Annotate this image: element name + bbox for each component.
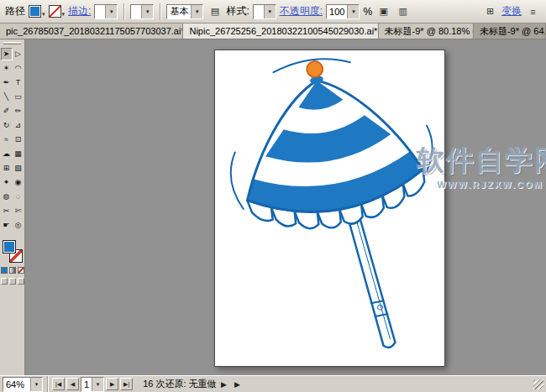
color-mode-button[interactable] [1,267,8,274]
tool-palette: ➤ ▷ ✶ ◠ ✒ T ╲ ▭ ✐ ✏ ↻ ⊿ ≈ ⊡ ☁ ▦ ⊞ ▧ ✦ ◉ … [0,39,25,375]
zoom-tool-icon: ◎ [15,221,22,229]
status-bar: 64% ▾ |◀ ◀ 1 ▾ ▶ ▶| 16 次还原: 无重做 ▶ ▶ [0,375,546,392]
style-label: 样式: [226,4,249,18]
screen-mode-row [0,278,24,285]
live-paint-bucket-tool-icon: ◍ [3,192,10,201]
pen-tool-button[interactable]: ✒ [1,76,13,89]
fill-color-swatch[interactable] [29,5,41,18]
pen-tool-icon: ✒ [3,78,10,86]
screen-mode-button[interactable] [9,278,16,285]
page-value: 1 [81,379,92,389]
umbrella-illustration [215,50,444,366]
rectangle-tool-icon: ▭ [14,92,22,101]
scissors-tool-button[interactable]: ✂ [1,205,13,217]
opacity-combo[interactable]: 100 ▾ [326,4,360,19]
scale-tool-button[interactable]: ⊿ [13,119,24,132]
slice-tool-button[interactable]: ✄ [13,205,24,217]
first-page-button[interactable]: |◀ [52,378,65,390]
stroke-color-swatch[interactable] [49,5,61,18]
mesh-tool-button[interactable]: ⊞ [1,162,13,175]
eyedropper-tool-button[interactable]: ✦ [1,176,13,189]
divider [47,376,48,392]
direct-selection-tool-icon: ▷ [15,50,21,58]
live-paint-bucket-tool-button[interactable]: ◍ [1,191,13,203]
zoom-combo[interactable]: 64% ▾ [3,377,43,392]
stroke-swatch-group: ▾ [49,5,66,18]
paintbrush-tool-button[interactable]: ✐ [1,105,13,118]
chevron-down-icon[interactable]: ▾ [347,5,359,18]
zoom-value: 64% [3,379,30,389]
tool-grid: ➤ ▷ ✶ ◠ ✒ T ╲ ▭ ✐ ✏ ↻ ⊿ ≈ ⊡ ☁ ▦ ⊞ ▧ ✦ ◉ … [0,48,24,232]
resize-grip-icon[interactable] [533,379,543,389]
live-paint-selection-tool-button[interactable]: ◌ [13,191,24,203]
watermark-title: 软件自学网 [417,142,546,180]
stroke-panel-link[interactable]: 描边: [68,4,91,18]
gradient-tool-button[interactable]: ▧ [13,162,24,175]
hand-tool-button[interactable]: ☛ [1,219,13,232]
chevron-down-icon[interactable]: ▾ [62,11,66,18]
brush-options-icon[interactable]: ▤ [207,3,223,19]
opacity-link[interactable]: 不透明度: [280,4,323,18]
direct-selection-tool-button[interactable]: ▷ [13,48,24,60]
stroke-weight-combo[interactable]: ▾ [94,4,118,19]
rectangle-tool-button[interactable]: ▭ [13,91,24,103]
warp-tool-button[interactable]: ≈ [1,133,13,146]
document-tab[interactable]: pic_26785037_20180321175057703037.ai* [0,24,183,39]
selection-tool-button[interactable]: ➤ [1,48,13,60]
blend-tool-button[interactable]: ◉ [13,176,24,189]
chevron-down-icon[interactable]: ▾ [191,5,202,18]
eyedropper-tool-icon: ✦ [3,178,10,186]
opacity-value: 100 [327,7,347,17]
free-transform-tool-button[interactable]: ⊡ [13,133,24,146]
previous-page-button[interactable]: ◀ [66,378,79,390]
fill-color-indicator[interactable] [3,240,16,253]
type-tool-button[interactable]: T [13,76,24,89]
document-tab-active[interactable]: Nipic_26725256_20180322100545029030.ai* [183,24,378,39]
watermark: 软件自学网 WWW.RJZXW.COM [417,142,546,190]
artboard[interactable] [214,50,445,367]
document-tab[interactable]: 未标题-9* @ 80.18% (C... [379,24,474,39]
chevron-down-icon[interactable]: ▾ [92,378,103,391]
last-page-button[interactable]: ▶| [120,378,133,390]
chevron-down-icon[interactable]: ▾ [105,5,117,18]
magic-wand-tool-button[interactable]: ✶ [1,62,13,75]
style-combo[interactable]: ▾ [253,4,276,19]
fill-swatch-group: ▾ [29,5,45,18]
slice-tool-icon: ✄ [15,206,22,215]
screen-mode-button[interactable] [1,278,8,285]
gradient-mode-button[interactable] [9,267,16,274]
brush-value: 基本 [167,5,191,18]
play-icon[interactable]: ▶ [218,379,230,390]
symbol-sprayer-tool-button[interactable]: ☁ [1,148,13,160]
page-combo[interactable]: 1 ▾ [81,377,104,392]
chevron-down-icon[interactable]: ▾ [42,11,45,18]
canvas[interactable]: 软件自学网 WWW.RJZXW.COM [25,39,546,375]
document-tab[interactable]: 未标题-9* @ 64... [474,24,546,39]
zoom-tool-button[interactable]: ◎ [13,219,24,232]
play-icon[interactable]: ▶ [232,379,244,390]
workspace-grid-icon[interactable]: ⊞ [482,3,498,19]
blend-tool-icon: ◉ [15,178,22,186]
next-page-button[interactable]: ▶ [106,378,118,390]
recolor-artwork-icon[interactable]: ▣ [375,3,391,19]
screen-mode-button[interactable] [18,278,24,285]
panel-menu-icon[interactable]: ≡ [525,3,541,19]
rotate-tool-button[interactable]: ↻ [1,119,13,132]
chevron-down-icon[interactable]: ▾ [264,5,276,18]
pencil-tool-button[interactable]: ✏ [13,105,24,118]
watermark-url: WWW.RJZXW.COM [417,180,546,190]
lasso-tool-button[interactable]: ◠ [13,62,24,75]
none-mode-button[interactable] [18,267,24,274]
variable-width-combo[interactable]: ▾ [130,4,154,19]
line-tool-button[interactable]: ╲ [1,91,13,103]
align-options-icon[interactable]: ▥ [395,3,411,19]
transform-link[interactable]: 变换 [501,4,522,18]
graph-tool-icon: ▦ [14,149,22,158]
chevron-down-icon[interactable]: ▾ [30,378,42,391]
symbol-sprayer-tool-icon: ☁ [3,149,10,158]
brush-combo[interactable]: 基本 ▾ [166,4,203,19]
chevron-down-icon[interactable]: ▾ [141,5,153,18]
graph-tool-button[interactable]: ▦ [13,148,24,160]
main-area: ➤ ▷ ✶ ◠ ✒ T ╲ ▭ ✐ ✏ ↻ ⊿ ≈ ⊡ ☁ ▦ ⊞ ▧ ✦ ◉ … [0,39,546,375]
palette-grip[interactable] [3,42,21,44]
